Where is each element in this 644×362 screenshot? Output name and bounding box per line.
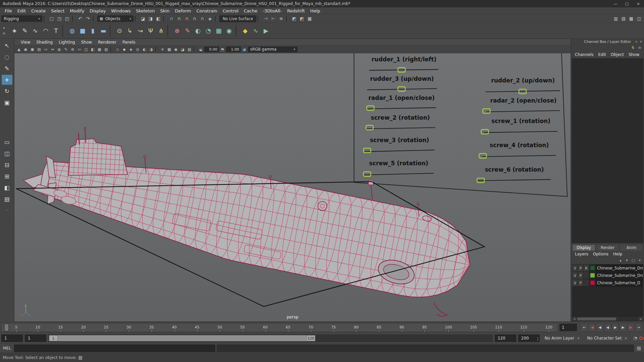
rotate-tool-icon[interactable]: ↻ bbox=[2, 86, 12, 96]
arc-tool-icon[interactable]: ◠ bbox=[41, 25, 51, 36]
timeline-tick-50[interactable]: 50 bbox=[217, 325, 222, 329]
spline-ik-icon[interactable]: ↝ bbox=[135, 25, 145, 36]
safe-action-icon[interactable]: ▥ bbox=[103, 46, 109, 53]
character-set-dropdown[interactable]: No Character Set ▾ bbox=[584, 335, 630, 342]
help-line-corner-icon[interactable]: ▨ bbox=[77, 354, 84, 361]
shelf-tab-selector-icon[interactable]: ▾ bbox=[1, 25, 7, 31]
grid-toggle-icon[interactable]: ⊞ bbox=[69, 46, 76, 53]
animation-end-field[interactable]: 200 bbox=[518, 335, 540, 342]
tab-display[interactable]: Display bbox=[572, 244, 595, 251]
playback-end-field[interactable]: 120 bbox=[495, 335, 516, 342]
command-result-field[interactable] bbox=[217, 345, 634, 352]
pencil-curve-tool-icon[interactable]: ✎ bbox=[20, 25, 30, 36]
move-layer-up-icon[interactable]: ▴ bbox=[618, 257, 624, 263]
play-forwards-button[interactable]: ▶ bbox=[612, 323, 619, 331]
title-bar[interactable]: Autodesk Maya 2016: C:\Users\I5\Desktop\… bbox=[0, 0, 644, 7]
step-forward-key-button[interactable]: ▶ bbox=[627, 323, 634, 331]
oversampling-icon[interactable]: ◍ bbox=[56, 46, 62, 53]
play-backwards-button[interactable]: ◀ bbox=[604, 323, 611, 331]
timeline-tick-120[interactable]: 120 bbox=[545, 325, 552, 329]
menu-file[interactable]: File bbox=[2, 8, 15, 13]
layer-reference-toggle[interactable] bbox=[584, 272, 589, 279]
timeline-tick-75[interactable]: 75 bbox=[331, 325, 336, 329]
menu-modify[interactable]: Modify bbox=[67, 8, 87, 13]
layer-visible-toggle[interactable]: V bbox=[572, 279, 578, 286]
layer-name[interactable]: Chinese_Submarine_Drone_H bbox=[596, 272, 643, 279]
range-start-handle[interactable]: 1 bbox=[49, 335, 58, 341]
timeline-tick-35[interactable]: 35 bbox=[149, 325, 154, 329]
timeline-tick-65[interactable]: 65 bbox=[286, 325, 290, 329]
playblast-icon[interactable]: ▶ bbox=[261, 25, 271, 36]
layer-name[interactable]: Chinese_Submarine_Dron bbox=[596, 264, 643, 272]
attribute-editor-icon[interactable]: ▥ bbox=[612, 15, 620, 22]
timeline-tick-90[interactable]: 90 bbox=[399, 325, 404, 329]
channel-menu-channels[interactable]: Channels bbox=[573, 52, 596, 57]
menu-help[interactable]: Help bbox=[308, 8, 323, 13]
render-current-frame-icon[interactable]: ◩ bbox=[290, 15, 298, 22]
motion-blur-icon[interactable]: ≋ bbox=[159, 46, 166, 53]
film-gate-icon[interactable]: ▭ bbox=[76, 46, 83, 53]
use-all-lights-icon[interactable]: ◎ bbox=[135, 46, 141, 53]
menu-edit[interactable]: Edit bbox=[15, 8, 29, 13]
bookmarks-icon[interactable]: ▤ bbox=[36, 46, 42, 53]
redo-icon[interactable]: ↷ bbox=[84, 15, 92, 22]
textured-display-icon[interactable]: ◈ bbox=[128, 46, 134, 53]
bind-skin-icon[interactable]: ⊕ bbox=[172, 25, 182, 36]
nurbs-cube-icon[interactable]: ■ bbox=[77, 25, 88, 36]
ep-curve-tool-icon[interactable]: ∗ bbox=[9, 25, 19, 36]
rig-handle-screw-3[interactable] bbox=[364, 148, 371, 153]
minimize-button[interactable]: — bbox=[610, 0, 621, 7]
layer-visible-toggle[interactable]: V bbox=[572, 264, 578, 272]
nurbs-plane-icon[interactable]: ▬ bbox=[98, 25, 108, 36]
rig-handle-rudder-3[interactable] bbox=[398, 87, 405, 92]
timeline-tick-20[interactable]: 20 bbox=[81, 325, 86, 329]
scroll-left-icon[interactable]: ◂ bbox=[572, 317, 577, 321]
layer-color-swatch[interactable] bbox=[590, 280, 595, 285]
screen-space-ao-icon[interactable]: ◑ bbox=[148, 46, 154, 53]
input-connections-icon[interactable]: ⊣ bbox=[262, 15, 269, 22]
layer-playback-toggle[interactable]: P bbox=[578, 272, 584, 279]
go-to-start-button[interactable]: ⇤ bbox=[581, 323, 588, 331]
paint-weights-icon[interactable]: ✎ bbox=[182, 25, 193, 36]
layer-row[interactable]: VPChinese_Submarine_D bbox=[572, 279, 643, 287]
resolution-gate-icon[interactable]: ◫ bbox=[83, 46, 89, 53]
selection-mode-dropdown[interactable]: ▦ Objects ▾ bbox=[97, 15, 133, 22]
select-camera-icon[interactable]: ▲ bbox=[16, 46, 22, 53]
grease-pencil-icon[interactable]: ✎ bbox=[63, 46, 69, 53]
anim-layer-dropdown[interactable]: No Anim Layer ▾ bbox=[542, 335, 582, 342]
single-pane-layout-icon[interactable]: ▭ bbox=[2, 137, 12, 147]
script-editor-icon[interactable]: ▤ bbox=[635, 345, 643, 352]
layer-menu-help[interactable]: Help bbox=[611, 252, 625, 256]
channel-box-icon[interactable]: ▦ bbox=[628, 15, 635, 22]
menu-select[interactable]: Select bbox=[48, 8, 67, 13]
layer-playback-toggle[interactable]: P bbox=[578, 279, 584, 286]
live-surface-field[interactable]: No Live Surface bbox=[219, 15, 256, 22]
undo-icon[interactable]: ↶ bbox=[76, 15, 84, 22]
modeling-toolkit-icon[interactable]: ◫ bbox=[635, 15, 643, 22]
empty-layer-icon[interactable]: ▢ bbox=[630, 257, 636, 263]
menu-control[interactable]: Control bbox=[220, 8, 241, 13]
ipr-render-icon[interactable]: ◩ bbox=[298, 15, 306, 22]
layer-menu-options[interactable]: Options bbox=[591, 252, 611, 256]
close-button[interactable]: × bbox=[633, 0, 644, 7]
channel-box-area[interactable] bbox=[572, 58, 643, 243]
human-ik-icon[interactable]: Ψ bbox=[146, 25, 156, 36]
wireframe-display-icon[interactable]: ◇ bbox=[114, 46, 121, 53]
gamma-icon[interactable]: ◓ bbox=[219, 46, 226, 53]
timeline-tick-105[interactable]: 105 bbox=[470, 325, 477, 329]
2d-pan-zoom-icon[interactable]: ⇔ bbox=[49, 46, 56, 53]
menu-constrain[interactable]: Constrain bbox=[194, 8, 220, 13]
select-by-hierarchy-icon[interactable]: ◪ bbox=[139, 15, 147, 22]
image-plane-icon[interactable]: ▭ bbox=[43, 46, 49, 53]
scroll-right-icon[interactable]: ▸ bbox=[639, 317, 643, 321]
paint-select-tool-icon[interactable]: ✎ bbox=[2, 63, 12, 73]
select-tool-icon[interactable]: ↖ bbox=[2, 41, 12, 51]
lattice-icon[interactable]: ▦ bbox=[214, 25, 224, 36]
multisample-aa-icon[interactable]: ▩ bbox=[166, 46, 172, 53]
four-pane-layout-icon[interactable]: ⊞ bbox=[2, 171, 12, 181]
panel-menu-show[interactable]: Show bbox=[78, 40, 95, 45]
animation-start-field[interactable]: 1 bbox=[1, 335, 23, 342]
scrollbar-thumb[interactable] bbox=[577, 317, 616, 320]
xray-icon[interactable]: ▨ bbox=[186, 46, 193, 53]
animation-preferences-icon[interactable]: ◔ bbox=[632, 335, 639, 342]
